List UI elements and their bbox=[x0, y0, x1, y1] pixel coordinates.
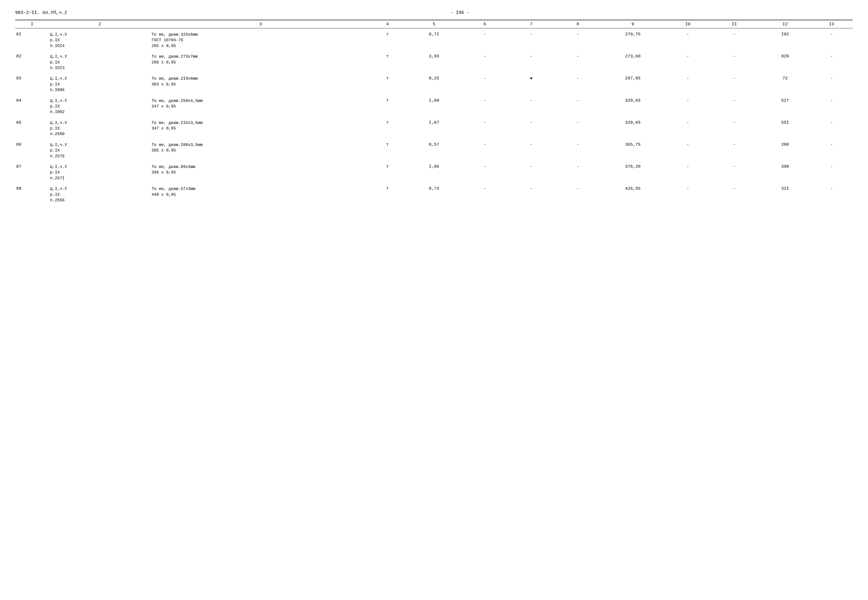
row-col13: - bbox=[810, 28, 853, 52]
row-col5: 0,7I bbox=[404, 28, 464, 52]
row-col8: - bbox=[557, 73, 599, 95]
row-unit: т bbox=[371, 28, 404, 52]
row-col10: - bbox=[667, 162, 709, 183]
col-header-1: I bbox=[15, 20, 49, 28]
row-col11: - bbox=[709, 52, 760, 73]
row-col6: - bbox=[464, 28, 506, 52]
row-col12: 399 bbox=[760, 162, 810, 183]
row-unit: т bbox=[371, 118, 404, 139]
row-code: Ц.I,ч.Ур.IXп.2580 bbox=[49, 118, 150, 139]
row-col8: - bbox=[557, 52, 599, 73]
row-col13: - bbox=[810, 162, 853, 183]
table-row: 86Ц.I,ч.Ур.IXп.2576То же, диам.I08х3,5мм… bbox=[15, 139, 853, 162]
row-col8: - bbox=[557, 95, 599, 118]
row-col12: 829 bbox=[760, 52, 810, 73]
row-col13: - bbox=[810, 73, 853, 95]
row-code: Ц.I,ч.Ур.IXп.2566 bbox=[49, 183, 150, 206]
row-col8: - bbox=[557, 139, 599, 162]
col-header-4: 4 bbox=[371, 20, 404, 28]
row-col11: - bbox=[709, 183, 760, 206]
row-col5: 3,03 bbox=[404, 52, 464, 73]
row-unit: т bbox=[371, 95, 404, 118]
row-col11: - bbox=[709, 162, 760, 183]
row-col7: - bbox=[506, 162, 557, 183]
row-price: 287,85 bbox=[599, 73, 667, 95]
row-description: То же, диам.I33х3,5мм347 х 0,95 bbox=[150, 118, 371, 139]
row-col12: 55I bbox=[760, 118, 810, 139]
row-col6: - bbox=[464, 118, 506, 139]
row-col10: - bbox=[667, 73, 709, 95]
row-col13: - bbox=[810, 95, 853, 118]
row-code: Ц.I,ч.Ур.IXп.IOI4 bbox=[49, 28, 150, 52]
row-col10: - bbox=[667, 118, 709, 139]
row-description: То же, диам.325х6ммГОСТ 10704-76285 х 0,… bbox=[150, 28, 371, 52]
row-col6: - bbox=[464, 162, 506, 183]
page-header: 903-2-II. Ал.УП,ч.2 - I95 - bbox=[15, 10, 853, 15]
row-col10: - bbox=[667, 28, 709, 52]
row-col7: - bbox=[506, 95, 557, 118]
row-description: То же, диам.I59х4,5мм347 х 0,95 bbox=[150, 95, 371, 118]
row-col8: - bbox=[557, 118, 599, 139]
row-number: 83 bbox=[15, 73, 49, 95]
col-header-8: 8 bbox=[557, 20, 599, 28]
row-unit: т bbox=[371, 162, 404, 183]
col-header-5: 5 bbox=[404, 20, 464, 28]
table-header-row: I 2 3 4 5 6 7 8 9 IO II I2 I3 bbox=[15, 20, 853, 28]
row-number: 87 bbox=[15, 162, 49, 183]
row-code: Ц.I,ч.Ур.IXп.IOI3 bbox=[49, 52, 150, 73]
row-col12: 72 bbox=[760, 73, 810, 95]
row-col12: 208 bbox=[760, 139, 810, 162]
row-col10: - bbox=[667, 52, 709, 73]
row-col12: 3II bbox=[760, 183, 810, 206]
row-number: 82 bbox=[15, 52, 49, 73]
row-col11: - bbox=[709, 28, 760, 52]
row-number: 88 bbox=[15, 183, 49, 206]
row-col5: I,60 bbox=[404, 95, 464, 118]
row-number: 86 bbox=[15, 139, 49, 162]
row-description: То же, диам.2I9х6мм303 х 0,95 bbox=[150, 73, 371, 95]
row-col7: - bbox=[506, 28, 557, 52]
row-price: 365,75 bbox=[599, 139, 667, 162]
row-col10: - bbox=[667, 183, 709, 206]
col-header-2: 2 bbox=[49, 20, 150, 28]
col-header-11: II bbox=[709, 20, 760, 28]
row-col5: I,06 bbox=[404, 162, 464, 183]
row-col5: I,67 bbox=[404, 118, 464, 139]
table-row: 85Ц.I,ч.Ур.IXп.2580То же, диам.I33х3,5мм… bbox=[15, 118, 853, 139]
row-description: То же, диам.273х7мм288 х 0,95 bbox=[150, 52, 371, 73]
table-row: 83Ц.I,ч.Ур.IXп.I006То же, диам.2I9х6мм30… bbox=[15, 73, 853, 95]
row-col11: - bbox=[709, 139, 760, 162]
row-col6: - bbox=[464, 52, 506, 73]
col-header-9: 9 bbox=[599, 20, 667, 28]
row-price: 270,75 bbox=[599, 28, 667, 52]
col-header-3: 3 bbox=[150, 20, 371, 28]
row-code: Ц.I,ч.Ур.IXп.I002 bbox=[49, 95, 150, 118]
row-code: Ц.I,ч.Ур.IXп.2576 bbox=[49, 139, 150, 162]
row-col12: I92 bbox=[760, 28, 810, 52]
row-description: То же, диам.89х3мм396 х 0,95 bbox=[150, 162, 371, 183]
row-code: Ц.I,ч.Ур.IXп.I006 bbox=[49, 73, 150, 95]
row-col6: - bbox=[464, 183, 506, 206]
row-col6: - bbox=[464, 73, 506, 95]
row-col10: - bbox=[667, 95, 709, 118]
row-number: 8I bbox=[15, 28, 49, 52]
row-col13: - bbox=[810, 183, 853, 206]
table-row: 87Ц.I,ч.Ур.IXп.257IТо же, диам.89х3мм396… bbox=[15, 162, 853, 183]
row-col13: - bbox=[810, 118, 853, 139]
table-row: 8IЦ.I,ч.Ур.IXп.IOI4То же, диам.325х6ммГО… bbox=[15, 28, 853, 52]
row-price: 426,55 bbox=[599, 183, 667, 206]
col-header-12: I2 bbox=[760, 20, 810, 28]
row-col8: - bbox=[557, 183, 599, 206]
row-price: 376,20 bbox=[599, 162, 667, 183]
row-col13: - bbox=[810, 52, 853, 73]
row-col7: ● bbox=[506, 73, 557, 95]
row-price: 273,60 bbox=[599, 52, 667, 73]
row-col13: - bbox=[810, 139, 853, 162]
main-table: I 2 3 4 5 6 7 8 9 IO II I2 I3 8IЦ.I,ч.Ур… bbox=[15, 20, 853, 206]
table-row: 88Ц.I,ч.Ур.IXп.2566То же, диам.57х3мм449… bbox=[15, 183, 853, 206]
row-col12: 527 bbox=[760, 95, 810, 118]
row-col8: - bbox=[557, 162, 599, 183]
header-center: - I95 - bbox=[450, 10, 470, 15]
col-header-7: 7 bbox=[506, 20, 557, 28]
row-number: 85 bbox=[15, 118, 49, 139]
